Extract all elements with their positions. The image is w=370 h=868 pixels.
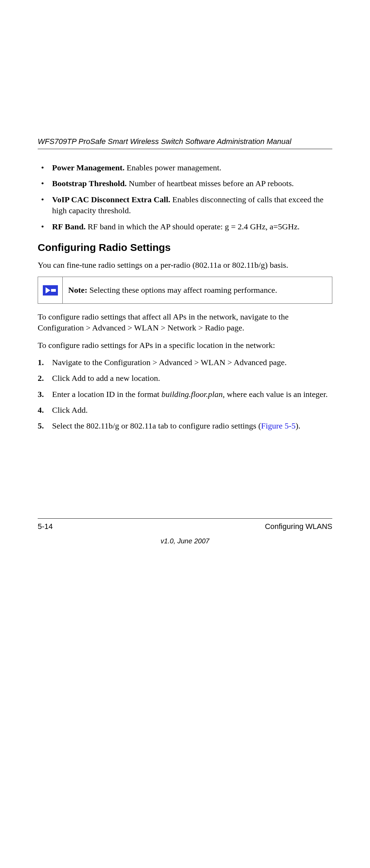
step-item: Enter a location ID in the format buildi… (38, 389, 332, 400)
step-item: Select the 802.11b/g or 802.11a tab to c… (38, 420, 332, 431)
note-icon-cell (38, 277, 63, 303)
note-text: Note: Selecting these options may affect… (63, 277, 332, 303)
chapter-title: Configuring WLANS (265, 522, 332, 531)
step-item: Click Add to add a new location. (38, 373, 332, 384)
step-item: Click Add. (38, 405, 332, 415)
bullet-term: VoIP CAC Disconnect Extra Call. (52, 195, 170, 204)
bullet-term: Bootstrap Threshold. (52, 179, 127, 188)
bullet-desc: Number of heartbeat misses before an AP … (127, 179, 294, 188)
step-text: , where each value is an integer. (223, 390, 328, 399)
paragraph-all-aps: To configure radio settings that affect … (38, 311, 332, 334)
step-text: ). (296, 421, 300, 430)
note-label: Note: (68, 286, 87, 294)
doc-version: v1.0, June 2007 (38, 537, 332, 545)
bullet-item: VoIP CAC Disconnect Extra Call. Enables … (38, 194, 332, 216)
figure-link[interactable]: Figure 5-5 (261, 421, 296, 430)
bullet-term: Power Management. (52, 163, 125, 172)
step-italic: building.floor.plan (161, 390, 223, 399)
feature-bullet-list: Power Management. Enables power manageme… (38, 162, 332, 232)
arrow-right-icon (43, 285, 58, 296)
paragraph-specific-intro: To configure radio settings for APs in a… (38, 340, 332, 351)
page-footer: 5-14 Configuring WLANS v1.0, June 2007 (38, 518, 332, 545)
page-number: 5-14 (38, 522, 53, 531)
footer-row: 5-14 Configuring WLANS (38, 522, 332, 531)
footer-rule (38, 518, 332, 519)
bullet-desc: RF band in which the AP should operate: … (86, 222, 300, 231)
steps-list: Navigate to the Configuration > Advanced… (38, 357, 332, 432)
bullet-desc: Enables power management. (125, 163, 222, 172)
running-header: WFS709TP ProSafe Smart Wireless Switch S… (38, 137, 332, 149)
section-heading: Configuring Radio Settings (38, 242, 332, 253)
note-callout: Note: Selecting these options may affect… (38, 277, 332, 303)
note-body: Selecting these options may affect roami… (87, 286, 277, 294)
step-text: Select the 802.11b/g or 802.11a tab to c… (52, 421, 261, 430)
bullet-item: Bootstrap Threshold. Number of heartbeat… (38, 178, 332, 189)
intro-paragraph: You can fine-tune radio settings on a pe… (38, 260, 332, 270)
bullet-term: RF Band. (52, 222, 86, 231)
page-content: WFS709TP ProSafe Smart Wireless Switch S… (38, 137, 332, 436)
step-text: Enter a location ID in the format (52, 390, 161, 399)
step-item: Navigate to the Configuration > Advanced… (38, 357, 332, 368)
bullet-item: Power Management. Enables power manageme… (38, 162, 332, 173)
bullet-item: RF Band. RF band in which the AP should … (38, 221, 332, 232)
